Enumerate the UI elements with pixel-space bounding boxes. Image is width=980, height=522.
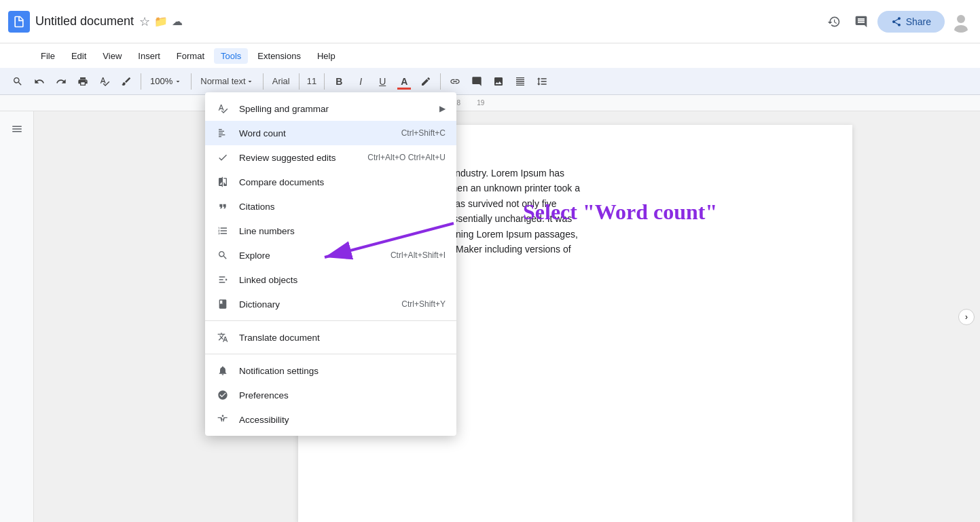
menu-item-citations[interactable]: Citations — [205, 194, 456, 219]
comment-btn[interactable] — [467, 72, 486, 91]
toolbar: 100% Normal text Arial 11 B I U A — [0, 68, 980, 95]
toolbar-sep-1 — [141, 73, 141, 90]
folder-icon[interactable]: 📁 — [154, 15, 168, 28]
doc-title[interactable]: Untitled document — [35, 14, 134, 29]
spelling-label: Spelling and grammar — [239, 104, 434, 114]
explore-icon — [216, 248, 230, 262]
top-bar: Untitled document ☆ 📁 ☁ Share — [0, 0, 980, 43]
highlight-btn[interactable] — [416, 72, 435, 91]
bold-btn[interactable]: B — [329, 72, 348, 91]
accessibility-icon — [216, 413, 230, 426]
menu-item-compare[interactable]: Compare documents — [205, 170, 456, 194]
explore-shortcut: Ctrl+Alt+Shift+I — [391, 250, 446, 260]
share-button[interactable]: Share — [877, 11, 945, 33]
menu-file[interactable]: File — [34, 48, 62, 64]
spellcheck-btn[interactable] — [95, 72, 114, 91]
redo-btn[interactable] — [52, 72, 71, 91]
text-color-btn[interactable]: A — [395, 72, 414, 91]
menu-extensions[interactable]: Extensions — [251, 48, 308, 64]
title-icons: ☆ 📁 ☁ — [139, 14, 183, 29]
menu-item-spelling[interactable]: Spelling and grammar ▶ — [205, 96, 456, 121]
line-spacing-btn[interactable] — [532, 72, 551, 91]
menu-item-preferences[interactable]: Preferences — [205, 383, 456, 407]
menu-bar: File Edit View Insert Format Tools Exten… — [0, 43, 980, 68]
print-btn[interactable] — [73, 72, 92, 91]
line-numbers-label: Line numbers — [239, 226, 446, 236]
menu-item-accessibility[interactable]: Accessibility — [205, 407, 456, 432]
toolbar-sep-2 — [191, 73, 192, 90]
ruler-tick: 19 — [469, 99, 492, 107]
linked-icon — [216, 273, 230, 286]
align-btn[interactable] — [511, 72, 530, 91]
word-count-shortcut: Ctrl+Shift+C — [401, 128, 446, 138]
svg-rect-5 — [219, 131, 224, 132]
normal-text-btn[interactable]: Normal text — [196, 72, 257, 91]
zoom-value: 100% — [150, 76, 173, 86]
image-btn[interactable] — [489, 72, 508, 91]
line-numbers-icon — [216, 224, 230, 238]
menu-item-notification[interactable]: Notification settings — [205, 358, 456, 383]
preferences-label: Preferences — [239, 390, 446, 400]
menu-item-explore[interactable]: Explore Ctrl+Alt+Shift+I — [205, 243, 456, 267]
menu-item-translate[interactable]: Translate document — [205, 325, 456, 350]
svg-rect-6 — [219, 132, 223, 133]
comments-icon[interactable] — [850, 11, 872, 33]
left-sidebar — [0, 111, 34, 522]
svg-point-0 — [957, 15, 965, 23]
citations-icon — [216, 200, 230, 213]
user-avatar[interactable] — [950, 11, 972, 33]
ruler: 8 9 10 11 12 13 14 15 ▼16 17 18 19 — [0, 95, 980, 111]
tools-dropdown: Spelling and grammar ▶ Word count Ctrl+S… — [205, 92, 456, 436]
divider-1 — [205, 320, 456, 321]
svg-rect-8 — [219, 136, 221, 137]
explore-label: Explore — [239, 250, 377, 261]
menu-item-dictionary[interactable]: Dictionary Ctrl+Shift+Y — [205, 292, 456, 316]
menu-format[interactable]: Format — [170, 48, 211, 64]
menu-item-review[interactable]: Review suggested edits Ctrl+Alt+O Ctrl+A… — [205, 145, 456, 170]
history-icon[interactable] — [823, 11, 845, 33]
notification-label: Notification settings — [239, 366, 446, 376]
compare-icon — [216, 175, 230, 189]
link-btn[interactable] — [446, 72, 465, 91]
citations-label: Citations — [239, 202, 446, 212]
share-label: Share — [906, 16, 931, 27]
zoom-btn[interactable]: 100% — [146, 72, 186, 91]
star-icon[interactable]: ☆ — [139, 14, 150, 29]
accessibility-label: Accessibility — [239, 415, 446, 425]
spell-icon — [216, 102, 230, 115]
toolbar-sep-5 — [324, 73, 325, 90]
menu-view[interactable]: View — [96, 48, 128, 64]
doc-area[interactable]: printing and typesetting industry. Lorem… — [34, 111, 980, 522]
menu-item-linked[interactable]: Linked objects — [205, 267, 456, 292]
menu-edit[interactable]: Edit — [65, 48, 93, 64]
toolbar-sep-6 — [440, 73, 441, 90]
cloud-icon[interactable]: ☁ — [172, 15, 183, 28]
sidebar-collapse-btn[interactable]: › — [958, 309, 975, 325]
menu-help[interactable]: Help — [310, 48, 342, 64]
word-count-label: Word count — [239, 128, 388, 138]
toolbar-sep-4 — [299, 73, 300, 90]
review-label: Review suggested edits — [239, 153, 354, 163]
doc-icon — [8, 11, 30, 33]
menu-insert[interactable]: Insert — [131, 48, 167, 64]
main-area: printing and typesetting industry. Lorem… — [0, 111, 980, 522]
preferences-icon — [216, 388, 230, 402]
font-name-btn[interactable]: Arial — [268, 72, 294, 91]
font-size-btn[interactable]: 11 — [304, 72, 319, 91]
top-right: Share — [823, 11, 972, 33]
menu-item-line-numbers[interactable]: Line numbers — [205, 219, 456, 243]
menu-item-word-count[interactable]: Word count Ctrl+Shift+C — [205, 121, 456, 145]
format-paint-btn[interactable] — [117, 72, 136, 91]
undo-btn[interactable] — [30, 72, 49, 91]
search-toolbar-btn[interactable] — [8, 72, 27, 91]
sidebar-menu-btn[interactable] — [7, 119, 26, 138]
review-shortcut: Ctrl+Alt+O Ctrl+Alt+U — [367, 153, 446, 162]
dictionary-shortcut: Ctrl+Shift+Y — [401, 299, 446, 309]
italic-btn[interactable]: I — [351, 72, 370, 91]
notification-icon — [216, 364, 230, 377]
underline-btn[interactable]: U — [373, 72, 392, 91]
svg-rect-7 — [219, 134, 225, 135]
divider-2 — [205, 354, 456, 354]
doc-title-area: Untitled document ☆ 📁 ☁ — [35, 14, 823, 29]
menu-tools[interactable]: Tools — [214, 48, 248, 64]
